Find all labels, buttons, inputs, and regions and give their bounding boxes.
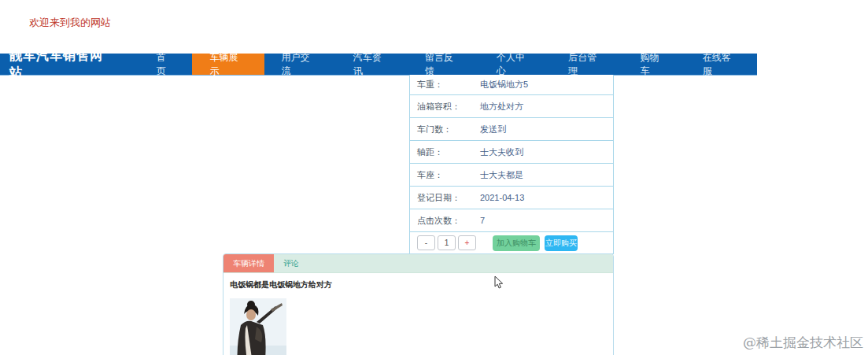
row-value: 地方处对方: [480, 101, 523, 113]
add-to-cart-button[interactable]: 加入购物车: [493, 235, 540, 251]
nav-item-cart[interactable]: 购物车: [622, 54, 685, 75]
nav-item-vehicle-display[interactable]: 车辆展示: [192, 54, 264, 75]
table-row: 点击次数： 7: [410, 209, 613, 232]
row-label: 点击次数：: [417, 215, 480, 227]
nav-item-feedback[interactable]: 留言反馈: [408, 54, 479, 75]
nav-item-online-service[interactable]: 在线客服: [685, 54, 757, 75]
tab-comments[interactable]: 评论: [274, 254, 308, 272]
quantity-decrease-button[interactable]: -: [417, 235, 435, 250]
row-label: 车门数：: [417, 124, 480, 135]
row-label: 轴距：: [417, 146, 480, 158]
tab-bar: 车辆详情 评论: [223, 254, 613, 273]
purchase-actions-row: - 1 + 加入购物车 立即购买: [410, 232, 613, 254]
row-label: 车座：: [417, 169, 480, 181]
nav-item-admin[interactable]: 后台管理: [551, 54, 622, 75]
vehicle-detail-table: 车重： 电饭锅地方5 油箱容积： 地方处对方 车门数： 发送到 轴距： 士大夫收…: [409, 75, 614, 254]
detail-tabs-panel: 车辆详情 评论 电饭锅都是电饭锅地方给对方: [223, 253, 614, 355]
buy-now-button[interactable]: 立即购买: [545, 235, 578, 251]
site-brand: 靓车汽车销售网站: [0, 54, 139, 75]
table-row: 车门数： 发送到: [410, 118, 613, 141]
person-photo: [230, 298, 286, 355]
nav-item-user-exchange[interactable]: 用户交流: [264, 54, 336, 75]
row-value: 发送到: [480, 124, 506, 135]
top-navbar: 靓车汽车销售网站 首页 车辆展示 用户交流 汽车资讯 留言反馈 个人中心 后台管…: [0, 54, 757, 76]
nav-item-home[interactable]: 首页: [139, 54, 193, 75]
quantity-input[interactable]: 1: [438, 235, 456, 250]
nav-menu: 首页 车辆展示 用户交流 汽车资讯 留言反馈 个人中心 后台管理 购物车 在线客…: [139, 54, 757, 75]
row-label: 油箱容积：: [417, 101, 480, 113]
tab-content: 电饭锅都是电饭锅地方给对方: [223, 273, 613, 355]
nav-item-auto-news[interactable]: 汽车资讯: [336, 54, 408, 75]
page: 欢迎来到我的网站 靓车汽车销售网站 首页 车辆展示 用户交流 汽车资讯 留言反馈…: [0, 0, 868, 355]
quantity-increase-button[interactable]: +: [458, 235, 476, 250]
table-row: 车重： 电饭锅地方5: [410, 75, 613, 95]
mouse-cursor: [494, 275, 504, 290]
nav-item-personal-center[interactable]: 个人中心: [479, 54, 551, 75]
welcome-message: 欢迎来到我的网站: [29, 16, 111, 30]
row-value: 士大夫收到: [480, 146, 523, 158]
row-value: 7: [480, 216, 485, 225]
row-value: 士大夫都是: [480, 169, 523, 181]
table-row: 车座： 士大夫都是: [410, 164, 613, 187]
detail-description-text: 电饭锅都是电饭锅地方给对方: [230, 279, 607, 290]
watermark-text: @稀土掘金技术社区: [743, 334, 863, 352]
table-row: 登记日期： 2021-04-13: [410, 187, 613, 209]
row-value: 2021-04-13: [480, 193, 524, 202]
row-value: 电饭锅地方5: [480, 79, 528, 91]
row-label: 登记日期：: [417, 192, 480, 204]
row-label: 车重：: [417, 79, 480, 91]
table-row: 油箱容积： 地方处对方: [410, 95, 613, 118]
tab-vehicle-detail[interactable]: 车辆详情: [223, 254, 274, 272]
table-row: 轴距： 士大夫收到: [410, 141, 613, 164]
